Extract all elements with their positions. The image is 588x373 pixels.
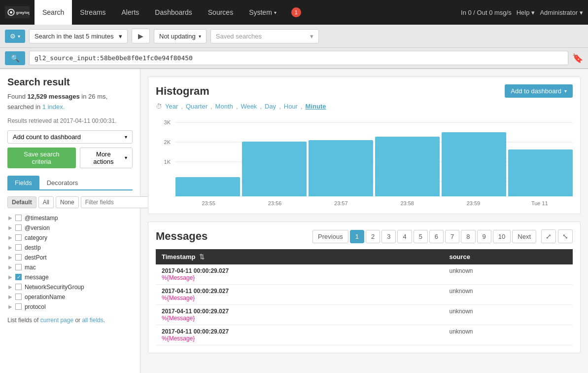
histogram-bar[interactable] — [175, 177, 240, 196]
bookmark-button[interactable]: 🔖 — [572, 53, 583, 64]
prev-page-button[interactable]: Previous — [312, 230, 348, 243]
messages-section: Messages Previous12345678910Next ⤢ ⤡ Tim… — [148, 222, 581, 353]
nav-alerts[interactable]: Alerts — [113, 0, 147, 25]
field-checkbox[interactable] — [15, 303, 22, 310]
field-checkbox[interactable] — [15, 224, 22, 231]
navbar-right: In 0 / Out 0 msg/s Help ▾ Administrator … — [461, 9, 583, 16]
help-link[interactable]: Help ▾ — [517, 9, 535, 16]
message-count: 12,529 messages — [27, 93, 79, 100]
more-actions-button[interactable]: More actions ▾ — [80, 148, 133, 168]
page-button[interactable]: 5 — [414, 230, 428, 243]
histogram-bar[interactable] — [508, 149, 573, 196]
expand-button[interactable]: ⤢ — [541, 229, 556, 243]
histogram-bar[interactable] — [375, 137, 440, 196]
bar-label: Tue 11 — [507, 200, 573, 206]
filter-default-button[interactable]: Default — [7, 196, 36, 208]
nav-sources[interactable]: Sources — [200, 0, 241, 25]
histogram-bar[interactable] — [442, 132, 506, 196]
updating-dropdown[interactable]: Not updating ▾ — [154, 29, 207, 43]
field-name: destPort — [25, 254, 47, 261]
search-toolbar: ⚙ ▾ Search in the last 5 minutes ▾ ▶ Not… — [0, 25, 588, 48]
list-item: ▶ destPort — [7, 253, 133, 262]
source-cell: unknown — [443, 325, 573, 345]
timestamp-value: 2017-04-11 00:00:29.027 — [162, 288, 437, 295]
field-name: operationName — [25, 294, 65, 300]
field-expand-icon[interactable]: ▶ — [8, 245, 12, 250]
field-expand-icon[interactable]: ▶ — [8, 235, 12, 240]
index-link[interactable]: 1 index. — [42, 103, 65, 111]
field-checkbox[interactable] — [15, 254, 22, 261]
page-button[interactable]: 10 — [493, 230, 511, 243]
list-item: ▶ @timestamp — [7, 213, 133, 223]
page-button[interactable]: 6 — [429, 230, 444, 243]
search-button[interactable]: 🔍 — [5, 51, 25, 65]
message-link[interactable]: %{Message} — [162, 335, 195, 342]
page-button[interactable]: 4 — [397, 230, 412, 243]
help-caret-icon: ▾ — [531, 9, 535, 16]
field-checkbox[interactable] — [15, 284, 22, 290]
search-icon: 🔍 — [11, 54, 19, 62]
field-expand-icon[interactable]: ▶ — [8, 304, 12, 309]
field-expand-icon[interactable]: ▶ — [8, 284, 12, 290]
time-range-icon-btn[interactable]: ⚙ ▾ — [5, 30, 25, 43]
nav-dashboards[interactable]: Dashboards — [147, 0, 200, 25]
add-to-dashboard-button[interactable]: Add to dashboard ▾ — [505, 84, 573, 98]
nav-system[interactable]: System ▾ — [241, 0, 284, 25]
play-icon: ▶ — [138, 32, 143, 40]
message-link[interactable]: %{Message} — [162, 315, 195, 322]
field-expand-icon[interactable]: ▶ — [8, 274, 12, 280]
collapse-button[interactable]: ⤡ — [558, 229, 573, 243]
bar-label: 23:57 — [308, 200, 374, 206]
time-link-day[interactable]: Day — [265, 103, 276, 110]
current-page-link[interactable]: current page — [40, 317, 73, 324]
field-checkbox[interactable] — [15, 234, 22, 241]
histogram-bar[interactable] — [309, 140, 373, 196]
field-expand-icon[interactable]: ▶ — [8, 255, 12, 260]
admin-link[interactable]: Administrator ▾ — [540, 9, 583, 16]
next-page-button[interactable]: Next — [512, 230, 536, 243]
field-checkbox[interactable] — [15, 264, 22, 270]
time-link-hour[interactable]: Hour — [284, 103, 298, 110]
histogram-time-links: ⏱ Year, Quarter, Month, Week, Day, Hour,… — [156, 103, 573, 110]
page-button[interactable]: 1 — [350, 230, 364, 243]
saved-searches-dropdown[interactable]: Saved searches ▾ — [210, 29, 319, 43]
message-link[interactable]: %{Message} — [162, 274, 195, 281]
field-checkbox[interactable] — [15, 294, 22, 300]
field-checkbox[interactable]: ✓ — [15, 274, 22, 280]
time-link-year[interactable]: Year — [165, 103, 178, 110]
time-link-minute[interactable]: Minute — [306, 103, 326, 110]
page-button[interactable]: 3 — [381, 230, 396, 243]
col-source: source — [443, 249, 573, 264]
page-button[interactable]: 8 — [461, 230, 475, 243]
time-link-month[interactable]: Month — [215, 103, 233, 110]
page-button[interactable]: 2 — [366, 230, 380, 243]
query-input[interactable] — [29, 51, 568, 65]
time-link-week[interactable]: Week — [241, 103, 257, 110]
tab-decorators[interactable]: Decorators — [39, 176, 86, 189]
field-filter-row: Default All None — [7, 196, 133, 208]
time-range-select[interactable]: Search in the last 5 minutes ▾ — [29, 29, 128, 43]
histogram-bar[interactable] — [242, 142, 307, 196]
field-expand-icon[interactable]: ▶ — [8, 225, 12, 230]
tab-fields[interactable]: Fields — [7, 176, 39, 189]
page-button[interactable]: 9 — [477, 230, 491, 243]
bookmark-icon: 🔖 — [572, 53, 583, 63]
play-button[interactable]: ▶ — [132, 29, 150, 43]
all-fields-link[interactable]: all fields — [82, 317, 103, 324]
field-expand-icon[interactable]: ▶ — [8, 294, 12, 299]
save-search-button[interactable]: Save search criteria — [7, 148, 76, 168]
field-expand-icon[interactable]: ▶ — [8, 215, 12, 221]
field-checkbox[interactable] — [15, 215, 22, 221]
message-link[interactable]: %{Message} — [162, 295, 195, 301]
nav-search[interactable]: Search — [35, 0, 72, 25]
nav-streams[interactable]: Streams — [72, 0, 113, 25]
field-expand-icon[interactable]: ▶ — [8, 264, 12, 270]
page-button[interactable]: 7 — [445, 230, 459, 243]
field-checkbox[interactable] — [15, 244, 22, 251]
clock-icon: ⚙ — [10, 33, 16, 40]
filter-none-button[interactable]: None — [56, 196, 79, 208]
updating-caret-icon: ▾ — [199, 34, 201, 39]
add-count-button[interactable]: Add count to dashboard ▾ — [7, 130, 133, 144]
time-link-quarter[interactable]: Quarter — [186, 103, 208, 110]
filter-all-button[interactable]: All — [38, 196, 54, 208]
